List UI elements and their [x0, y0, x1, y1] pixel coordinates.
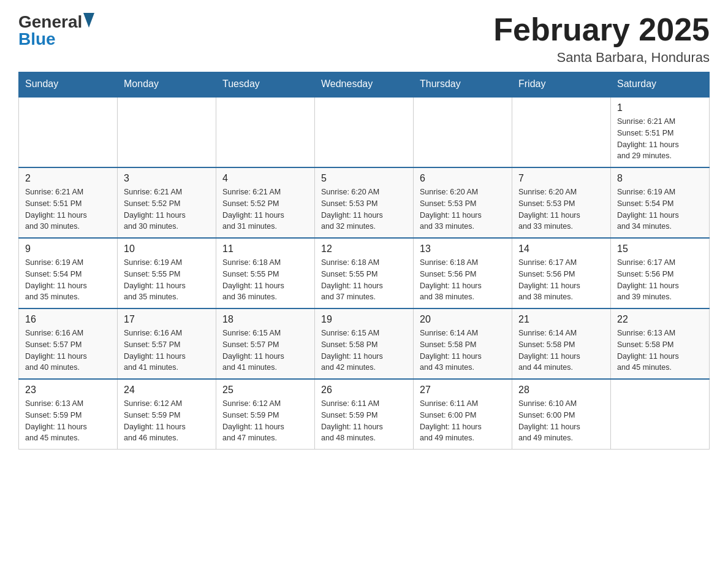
calendar-week-row: 9Sunrise: 6:19 AM Sunset: 5:54 PM Daylig… — [19, 238, 710, 308]
month-year-title: February 2025 — [493, 12, 710, 47]
calendar-cell: 2Sunrise: 6:21 AM Sunset: 5:51 PM Daylig… — [19, 167, 118, 238]
calendar-cell: 3Sunrise: 6:21 AM Sunset: 5:52 PM Daylig… — [118, 167, 216, 238]
calendar-cell — [315, 97, 414, 168]
calendar-cell: 26Sunrise: 6:11 AM Sunset: 5:59 PM Dayli… — [315, 379, 414, 450]
calendar-cell: 20Sunrise: 6:14 AM Sunset: 5:58 PM Dayli… — [414, 308, 512, 379]
calendar-week-row: 23Sunrise: 6:13 AM Sunset: 5:59 PM Dayli… — [19, 379, 710, 450]
day-info: Sunrise: 6:12 AM Sunset: 5:59 PM Dayligh… — [222, 398, 308, 444]
calendar-cell: 21Sunrise: 6:14 AM Sunset: 5:58 PM Dayli… — [512, 308, 611, 379]
day-number: 16 — [25, 314, 111, 325]
day-info: Sunrise: 6:14 AM Sunset: 5:58 PM Dayligh… — [420, 327, 506, 373]
calendar-table: SundayMondayTuesdayWednesdayThursdayFrid… — [18, 72, 710, 450]
calendar-cell: 7Sunrise: 6:20 AM Sunset: 5:53 PM Daylig… — [512, 167, 611, 238]
calendar-cell — [216, 97, 315, 168]
day-info: Sunrise: 6:18 AM Sunset: 5:56 PM Dayligh… — [420, 257, 506, 303]
calendar-cell: 19Sunrise: 6:15 AM Sunset: 5:58 PM Dayli… — [315, 308, 414, 379]
day-info: Sunrise: 6:20 AM Sunset: 5:53 PM Dayligh… — [518, 186, 604, 232]
calendar-cell: 24Sunrise: 6:12 AM Sunset: 5:59 PM Dayli… — [118, 379, 216, 450]
calendar-week-row: 1Sunrise: 6:21 AM Sunset: 5:51 PM Daylig… — [19, 97, 710, 168]
calendar-cell: 16Sunrise: 6:16 AM Sunset: 5:57 PM Dayli… — [19, 308, 118, 379]
day-number: 2 — [25, 173, 111, 184]
day-number: 15 — [617, 243, 703, 255]
day-info: Sunrise: 6:15 AM Sunset: 5:57 PM Dayligh… — [222, 327, 308, 373]
calendar-cell — [19, 97, 118, 168]
day-number: 26 — [321, 385, 407, 396]
title-section: February 2025 Santa Barbara, Honduras — [493, 12, 710, 66]
day-info: Sunrise: 6:21 AM Sunset: 5:52 PM Dayligh… — [124, 186, 210, 232]
day-info: Sunrise: 6:16 AM Sunset: 5:57 PM Dayligh… — [25, 327, 111, 373]
calendar-week-row: 2Sunrise: 6:21 AM Sunset: 5:51 PM Daylig… — [19, 167, 710, 238]
day-number: 22 — [617, 314, 703, 325]
calendar-cell — [414, 97, 512, 168]
calendar-cell: 12Sunrise: 6:18 AM Sunset: 5:55 PM Dayli… — [315, 238, 414, 308]
day-info: Sunrise: 6:19 AM Sunset: 5:54 PM Dayligh… — [617, 186, 703, 232]
header-friday: Friday — [512, 72, 611, 97]
day-number: 21 — [518, 314, 604, 325]
day-info: Sunrise: 6:17 AM Sunset: 5:56 PM Dayligh… — [518, 257, 604, 303]
day-number: 9 — [25, 243, 111, 255]
day-number: 14 — [518, 243, 604, 255]
day-info: Sunrise: 6:10 AM Sunset: 6:00 PM Dayligh… — [518, 398, 604, 444]
day-number: 28 — [518, 385, 604, 396]
header-thursday: Thursday — [414, 72, 512, 97]
day-number: 11 — [222, 243, 308, 255]
calendar-cell: 23Sunrise: 6:13 AM Sunset: 5:59 PM Dayli… — [19, 379, 118, 450]
day-info: Sunrise: 6:13 AM Sunset: 5:58 PM Dayligh… — [617, 327, 703, 373]
calendar-cell: 27Sunrise: 6:11 AM Sunset: 6:00 PM Dayli… — [414, 379, 512, 450]
day-info: Sunrise: 6:20 AM Sunset: 5:53 PM Dayligh… — [321, 186, 407, 232]
calendar-cell: 22Sunrise: 6:13 AM Sunset: 5:58 PM Dayli… — [611, 308, 710, 379]
day-info: Sunrise: 6:11 AM Sunset: 6:00 PM Dayligh… — [420, 398, 506, 444]
day-info: Sunrise: 6:11 AM Sunset: 5:59 PM Dayligh… — [321, 398, 407, 444]
header-wednesday: Wednesday — [315, 72, 414, 97]
day-info: Sunrise: 6:20 AM Sunset: 5:53 PM Dayligh… — [420, 186, 506, 232]
day-number: 13 — [420, 243, 506, 255]
header-sunday: Sunday — [19, 72, 118, 97]
logo: General Blue — [18, 12, 94, 49]
day-number: 1 — [617, 102, 703, 113]
location-subtitle: Santa Barbara, Honduras — [493, 50, 710, 66]
page-header: General Blue February 2025 Santa Barbara… — [18, 12, 710, 66]
day-number: 5 — [321, 173, 407, 184]
calendar-cell: 9Sunrise: 6:19 AM Sunset: 5:54 PM Daylig… — [19, 238, 118, 308]
calendar-cell — [512, 97, 611, 168]
day-info: Sunrise: 6:21 AM Sunset: 5:52 PM Dayligh… — [222, 186, 308, 232]
calendar-cell: 13Sunrise: 6:18 AM Sunset: 5:56 PM Dayli… — [414, 238, 512, 308]
calendar-cell: 4Sunrise: 6:21 AM Sunset: 5:52 PM Daylig… — [216, 167, 315, 238]
day-info: Sunrise: 6:19 AM Sunset: 5:54 PM Dayligh… — [25, 257, 111, 303]
calendar-cell: 17Sunrise: 6:16 AM Sunset: 5:57 PM Dayli… — [118, 308, 216, 379]
calendar-cell: 6Sunrise: 6:20 AM Sunset: 5:53 PM Daylig… — [414, 167, 512, 238]
header-saturday: Saturday — [611, 72, 710, 97]
calendar-cell: 5Sunrise: 6:20 AM Sunset: 5:53 PM Daylig… — [315, 167, 414, 238]
day-number: 7 — [518, 173, 604, 184]
day-info: Sunrise: 6:21 AM Sunset: 5:51 PM Dayligh… — [25, 186, 111, 232]
day-number: 6 — [420, 173, 506, 184]
day-number: 8 — [617, 173, 703, 184]
day-number: 10 — [124, 243, 210, 255]
calendar-cell: 8Sunrise: 6:19 AM Sunset: 5:54 PM Daylig… — [611, 167, 710, 238]
day-info: Sunrise: 6:17 AM Sunset: 5:56 PM Dayligh… — [617, 257, 703, 303]
calendar-cell: 1Sunrise: 6:21 AM Sunset: 5:51 PM Daylig… — [611, 97, 710, 168]
day-number: 3 — [124, 173, 210, 184]
day-info: Sunrise: 6:18 AM Sunset: 5:55 PM Dayligh… — [222, 257, 308, 303]
day-info: Sunrise: 6:18 AM Sunset: 5:55 PM Dayligh… — [321, 257, 407, 303]
day-number: 23 — [25, 385, 111, 396]
calendar-week-row: 16Sunrise: 6:16 AM Sunset: 5:57 PM Dayli… — [19, 308, 710, 379]
calendar-cell: 11Sunrise: 6:18 AM Sunset: 5:55 PM Dayli… — [216, 238, 315, 308]
calendar-cell: 28Sunrise: 6:10 AM Sunset: 6:00 PM Dayli… — [512, 379, 611, 450]
day-number: 27 — [420, 385, 506, 396]
day-info: Sunrise: 6:21 AM Sunset: 5:51 PM Dayligh… — [617, 116, 703, 162]
day-info: Sunrise: 6:12 AM Sunset: 5:59 PM Dayligh… — [124, 398, 210, 444]
day-number: 17 — [124, 314, 210, 325]
day-info: Sunrise: 6:13 AM Sunset: 5:59 PM Dayligh… — [25, 398, 111, 444]
header-monday: Monday — [118, 72, 216, 97]
day-info: Sunrise: 6:14 AM Sunset: 5:58 PM Dayligh… — [518, 327, 604, 373]
day-number: 12 — [321, 243, 407, 255]
day-number: 25 — [222, 385, 308, 396]
calendar-header-row: SundayMondayTuesdayWednesdayThursdayFrid… — [19, 72, 710, 97]
day-number: 18 — [222, 314, 308, 325]
calendar-cell — [118, 97, 216, 168]
calendar-cell: 25Sunrise: 6:12 AM Sunset: 5:59 PM Dayli… — [216, 379, 315, 450]
day-number: 20 — [420, 314, 506, 325]
calendar-cell: 18Sunrise: 6:15 AM Sunset: 5:57 PM Dayli… — [216, 308, 315, 379]
calendar-cell: 14Sunrise: 6:17 AM Sunset: 5:56 PM Dayli… — [512, 238, 611, 308]
